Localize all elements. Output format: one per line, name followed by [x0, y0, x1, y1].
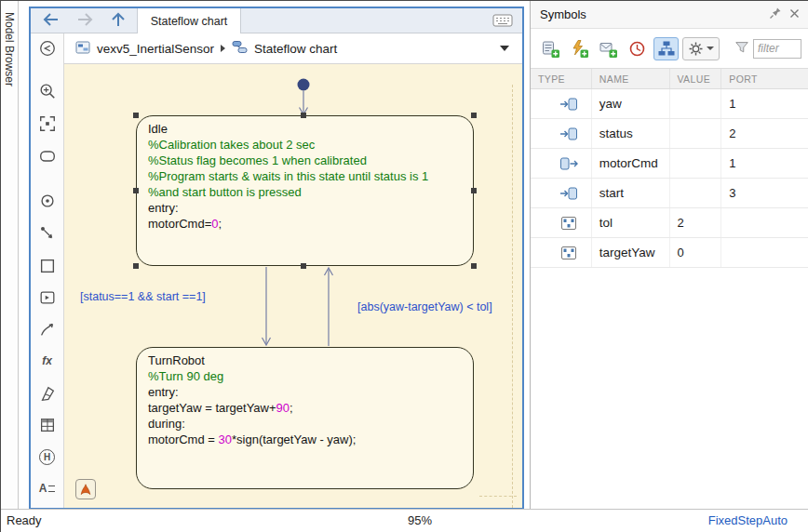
gear-icon: [688, 41, 704, 57]
state-code-line: during:: [148, 416, 462, 432]
code-segment: ;: [219, 217, 222, 231]
forward-button[interactable]: [72, 10, 98, 32]
breadcrumb-chart[interactable]: Stateflow chart: [254, 42, 337, 56]
symbol-port-cell[interactable]: 3: [721, 179, 808, 207]
symbol-value-cell[interactable]: [670, 119, 722, 148]
symbol-port-cell[interactable]: 1: [721, 149, 808, 178]
add-message-button[interactable]: [596, 37, 621, 60]
status-ready: Ready: [7, 513, 42, 527]
zoom-level[interactable]: 95%: [408, 513, 432, 527]
symbol-type-cell: [531, 149, 592, 178]
turnrobot-state[interactable]: TurnRobot %Turn 90 deg entry: targetYaw …: [136, 347, 474, 489]
code-segment: motorCmd =: [148, 432, 219, 446]
selection-handle[interactable]: [133, 263, 139, 269]
palette-fit-to-view-button[interactable]: [36, 113, 59, 135]
solver-indicator[interactable]: FixedStepAuto: [708, 513, 788, 527]
column-header-type[interactable]: TYPE: [531, 69, 592, 88]
selection-handle[interactable]: [133, 113, 139, 118]
selection-handle[interactable]: [471, 113, 477, 118]
selection-handle[interactable]: [471, 188, 477, 193]
symbols-panel: Symbols: [530, 1, 808, 510]
symbol-value-cell[interactable]: [670, 179, 722, 207]
add-event-icon: [570, 39, 589, 59]
model-browser-label: Model Browser: [3, 1, 16, 86]
add-data-button[interactable]: [538, 37, 563, 60]
selection-handle[interactable]: [301, 263, 306, 269]
keyboard-shortcuts-icon[interactable]: [492, 14, 513, 30]
editor-tab-bar: Stateflow chart: [31, 8, 522, 33]
symbol-row-motorcmd[interactable]: motorCmd 1: [531, 149, 808, 179]
symbol-name-cell[interactable]: start: [592, 179, 670, 207]
symbol-port-cell[interactable]: [721, 238, 808, 267]
code-segment: 30: [219, 432, 232, 446]
palette-state-button[interactable]: [36, 145, 59, 167]
symbol-name-cell[interactable]: targetYaw: [592, 238, 670, 267]
palette-history-junction-button[interactable]: H: [36, 446, 59, 468]
palette-default-transition-button[interactable]: [36, 222, 59, 245]
palette-explore-button[interactable]: [36, 37, 59, 60]
palette-truth-table-button[interactable]: [36, 414, 59, 436]
up-button[interactable]: [105, 10, 131, 32]
default-transition-dot: [298, 79, 310, 91]
model-browser-strip[interactable]: Model Browser: [1, 1, 19, 510]
breadcrumb-dropdown-icon[interactable]: [500, 46, 509, 51]
symbol-port-cell[interactable]: [721, 208, 808, 237]
symbol-name-cell[interactable]: yaw: [592, 89, 670, 118]
symbol-name-cell[interactable]: status: [592, 119, 670, 148]
palette-matlab-function-button[interactable]: fx: [36, 350, 59, 372]
palette-simulink-function-button[interactable]: [36, 382, 59, 405]
symbol-row-start[interactable]: start 3: [531, 179, 808, 208]
column-header-value[interactable]: VALUE: [670, 69, 722, 88]
back-arrow-icon: [43, 12, 60, 30]
breadcrumb: vexv5_InertialSensor Stateflow chart: [64, 33, 522, 64]
selection-handle[interactable]: [133, 188, 139, 193]
selection-handle[interactable]: [301, 113, 306, 118]
symbol-name-cell[interactable]: motorCmd: [592, 149, 670, 178]
symbols-table-body: yaw 1 status 2 motorCmd 1: [531, 89, 808, 268]
palette-box-button[interactable]: [36, 255, 59, 277]
local-data-icon: [559, 216, 578, 231]
state-code-line: targetYaw = targetYaw+90;: [148, 400, 462, 416]
add-event-button[interactable]: [567, 37, 592, 60]
symbols-title: Symbols: [540, 7, 586, 21]
palette-annotation-button[interactable]: A: [36, 477, 59, 499]
back-button[interactable]: [38, 10, 64, 32]
hierarchy-view-button[interactable]: [653, 37, 679, 60]
transition-condition-label[interactable]: [status==1 && start ==1]: [80, 290, 206, 303]
palette-zoom-button[interactable]: [36, 80, 59, 102]
palette-transition-button[interactable]: [36, 318, 59, 340]
symbol-row-status[interactable]: status 2: [531, 119, 808, 149]
symbol-value-cell[interactable]: [670, 149, 722, 178]
state-title: TurnRobot: [148, 352, 462, 368]
input-data-icon: [559, 126, 578, 141]
symbol-value-cell[interactable]: 0: [670, 238, 722, 267]
symbols-filter-input[interactable]: [753, 39, 801, 59]
symbol-name-cell[interactable]: tol: [592, 208, 670, 237]
symbol-row-tol[interactable]: tol 2: [531, 208, 808, 238]
symbol-port-cell[interactable]: 1: [721, 89, 808, 118]
column-header-port[interactable]: PORT: [721, 69, 808, 88]
chart-canvas[interactable]: Idle %Calibration takes about 2 sec %Sta…: [64, 64, 522, 508]
palette-simulink-state-button[interactable]: [36, 286, 59, 309]
pin-icon[interactable]: [769, 7, 782, 22]
state-comment: %Program starts & waits in this state un…: [148, 168, 462, 184]
close-icon[interactable]: [789, 7, 800, 21]
symbol-value-cell[interactable]: [670, 89, 722, 118]
resolve-symbols-button[interactable]: [625, 37, 650, 60]
tab-stateflow-chart[interactable]: Stateflow chart: [137, 8, 241, 33]
column-header-name[interactable]: NAME: [592, 69, 670, 88]
transition-condition-label[interactable]: [abs(yaw-targetYaw) < tol]: [357, 300, 492, 313]
annotation-icon: A: [39, 482, 56, 495]
idle-state[interactable]: Idle %Calibration takes about 2 sec %Sta…: [136, 115, 474, 266]
symbol-row-yaw[interactable]: yaw 1: [531, 89, 808, 119]
symbol-row-targetyaw[interactable]: targetYaw 0: [531, 238, 808, 268]
symbols-settings-button[interactable]: [682, 37, 720, 60]
code-segment: 0: [211, 217, 218, 231]
selection-handle[interactable]: [471, 263, 477, 269]
palette-junction-button[interactable]: [36, 190, 59, 212]
breadcrumb-model[interactable]: vexv5_InertialSensor: [97, 42, 214, 56]
symbols-header: Symbols: [531, 1, 808, 29]
symbol-port-cell[interactable]: 2: [721, 119, 808, 148]
symbol-value-cell[interactable]: 2: [670, 208, 722, 237]
page-boundary-guide: [512, 85, 513, 508]
